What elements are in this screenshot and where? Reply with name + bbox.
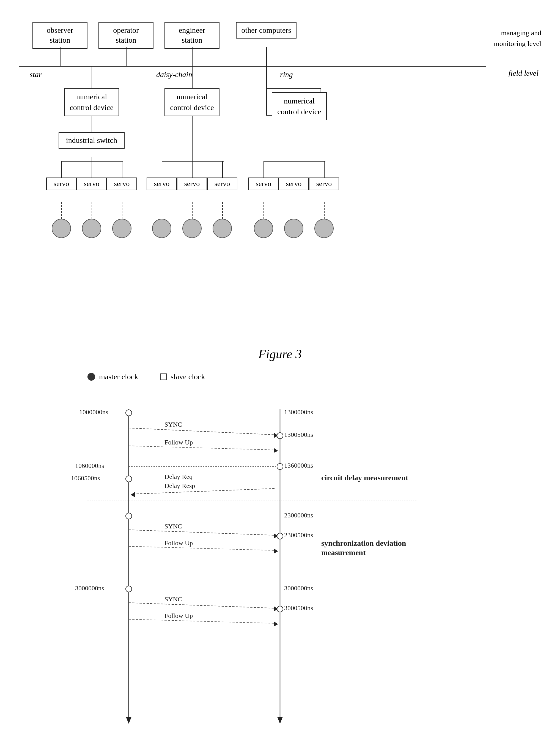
observer-station-box: observer station bbox=[33, 22, 87, 49]
svg-text:synchronization deviation: synchronization deviation bbox=[321, 539, 406, 547]
svg-text:SYNC: SYNC bbox=[164, 596, 182, 603]
svg-point-17 bbox=[277, 463, 283, 469]
svg-text:Delay Resp: Delay Resp bbox=[164, 482, 195, 489]
daisy-servo1-vline bbox=[162, 161, 162, 177]
other-v-line bbox=[266, 47, 267, 66]
observer-v-line bbox=[60, 47, 61, 66]
ring-label: ring bbox=[280, 70, 293, 79]
industrial-switch-box: industrial switch bbox=[59, 132, 125, 149]
svg-marker-13 bbox=[274, 448, 278, 453]
engineer-v-line bbox=[192, 47, 193, 66]
svg-point-10 bbox=[277, 433, 283, 439]
star-servo-hline bbox=[61, 161, 123, 161]
star-ncd-to-sw-vline bbox=[92, 116, 92, 132]
ring-servo-hline bbox=[263, 161, 325, 161]
svg-text:measurement: measurement bbox=[321, 548, 366, 557]
star-servo3-box: servo bbox=[107, 177, 137, 190]
daisy-servo3-vline bbox=[222, 161, 223, 177]
ring-left-vline1 bbox=[266, 88, 267, 116]
ring-motor3 bbox=[314, 219, 334, 238]
ring-main-vline bbox=[266, 66, 267, 88]
ring-servo2-dashed bbox=[294, 202, 294, 219]
svg-text:2300500ns: 2300500ns bbox=[284, 532, 313, 539]
svg-line-23 bbox=[133, 488, 275, 494]
svg-text:1300500ns: 1300500ns bbox=[284, 431, 313, 438]
star-servo3-vline bbox=[122, 161, 122, 177]
svg-line-30 bbox=[129, 530, 276, 535]
field-level-label: field level bbox=[508, 69, 539, 78]
star-motor3 bbox=[112, 219, 132, 238]
daisy-motor2 bbox=[182, 219, 202, 238]
daisy-ncd-box: numericalcontrol device bbox=[164, 88, 219, 116]
figure3-caption: Figure 3 bbox=[0, 347, 560, 361]
svg-point-45 bbox=[277, 606, 283, 612]
ring-ncd-to-servos bbox=[294, 115, 294, 161]
svg-text:Follow Up: Follow Up bbox=[164, 539, 193, 546]
ring-servo3-dashed bbox=[324, 202, 324, 219]
daisy-servo1-dashed bbox=[162, 202, 162, 219]
star-main-vline bbox=[92, 66, 92, 88]
svg-text:Delay Req: Delay Req bbox=[164, 473, 193, 480]
svg-line-48 bbox=[129, 619, 276, 623]
svg-text:1000000ns: 1000000ns bbox=[79, 408, 108, 416]
svg-text:1360000ns: 1360000ns bbox=[284, 462, 313, 469]
star-motor1 bbox=[52, 219, 71, 238]
svg-text:Follow Up: Follow Up bbox=[164, 439, 193, 446]
ring-servo2-vline bbox=[294, 161, 294, 177]
daisy-servo3-dashed bbox=[222, 202, 223, 219]
master-clock-legend: master clock bbox=[87, 372, 138, 381]
ring-top-hline bbox=[266, 88, 321, 89]
daisy-servo3-box: servo bbox=[207, 177, 237, 190]
svg-point-28 bbox=[126, 513, 132, 519]
daisy-label: daisy-chain bbox=[156, 70, 192, 79]
ring-motor2 bbox=[284, 219, 303, 238]
daisy-servo2-vline bbox=[192, 161, 193, 177]
slave-clock-icon bbox=[160, 373, 167, 380]
star-servo1-vline bbox=[61, 161, 62, 177]
managing-level-label: managing andmonitoring level bbox=[481, 27, 541, 49]
ring-ncd-box: numericalcontrol device bbox=[272, 92, 327, 120]
svg-text:1060500ns: 1060500ns bbox=[71, 475, 100, 482]
ring-servo2-box: servo bbox=[279, 177, 309, 190]
star-motor2 bbox=[82, 219, 101, 238]
operator-v-line bbox=[126, 47, 126, 66]
svg-marker-24 bbox=[131, 492, 135, 497]
master-clock-icon bbox=[87, 373, 95, 381]
svg-line-35 bbox=[129, 546, 276, 551]
daisy-servo1-box: servo bbox=[146, 177, 177, 190]
ring-servo3-box: servo bbox=[309, 177, 339, 190]
svg-point-32 bbox=[277, 533, 283, 539]
svg-marker-36 bbox=[274, 548, 278, 554]
svg-text:SYNC: SYNC bbox=[164, 421, 182, 428]
figure3-diagram: managing andmonitoring level field level… bbox=[19, 11, 541, 341]
svg-marker-1 bbox=[126, 717, 132, 724]
svg-text:3000000ns: 3000000ns bbox=[75, 584, 104, 592]
ring-servo1-box: servo bbox=[248, 177, 279, 190]
svg-text:3000000ns: 3000000ns bbox=[284, 584, 313, 592]
engineer-station-box: engineer station bbox=[164, 22, 219, 49]
svg-text:1300000ns: 1300000ns bbox=[284, 408, 313, 416]
daisy-servo2-box: servo bbox=[177, 177, 207, 190]
ring-servo1-dashed bbox=[263, 202, 264, 219]
star-label: star bbox=[30, 70, 42, 79]
svg-point-20 bbox=[126, 476, 132, 482]
legend-row: master clock slave clock bbox=[87, 372, 527, 381]
operator-station-box: operator station bbox=[98, 22, 154, 49]
star-servo2-vline bbox=[92, 161, 92, 177]
svg-marker-49 bbox=[274, 621, 278, 626]
master-clock-label: master clock bbox=[99, 372, 138, 381]
star-servo1-box: servo bbox=[46, 177, 77, 190]
svg-line-7 bbox=[129, 428, 276, 435]
svg-text:3000500ns: 3000500ns bbox=[284, 604, 313, 612]
star-servo1-dashed bbox=[61, 202, 62, 219]
figure4-section: master clock slave clock 1000000ns 13000… bbox=[33, 372, 527, 753]
star-servo2-box: servo bbox=[77, 177, 107, 190]
ring-servo1-vline bbox=[263, 161, 264, 177]
daisy-main-vline bbox=[192, 66, 193, 88]
daisy-servo-hline bbox=[162, 161, 224, 161]
daisy-motor1 bbox=[152, 219, 171, 238]
daisy-servo2-dashed bbox=[192, 202, 193, 219]
svg-point-41 bbox=[126, 586, 132, 592]
top-h-connector bbox=[60, 47, 267, 47]
svg-line-43 bbox=[129, 603, 276, 608]
